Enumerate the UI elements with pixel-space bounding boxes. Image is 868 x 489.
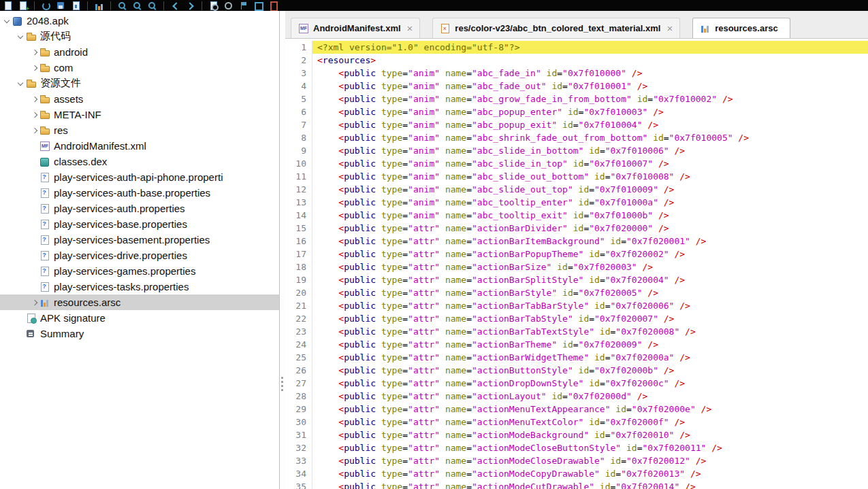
- chevron-collapsed-icon[interactable]: [30, 95, 39, 104]
- preferences-icon[interactable]: [223, 1, 234, 11]
- log-viewer-icon[interactable]: [253, 1, 263, 11]
- chevron-collapsed-icon[interactable]: [30, 110, 39, 120]
- tree-item-play-services-games-properties[interactable]: play-services-games.properties: [0, 263, 279, 279]
- tree-item-label: 2048.apk: [27, 15, 69, 27]
- deobfuscation-icon[interactable]: [208, 1, 219, 11]
- code-text: <public type="attr" name="actionBarTabTe…: [312, 325, 868, 338]
- code-line: 23 <public type="attr" name="actionBarTa…: [285, 325, 868, 338]
- toolbar-separator: [86, 1, 89, 11]
- code-text: <public type="attr" name="actionModeClos…: [312, 454, 868, 467]
- tree-item-play-services-base-properties[interactable]: play-services-base.properties: [0, 216, 279, 232]
- tree-item-label: META-INF: [54, 109, 101, 120]
- xmlfile-icon: [440, 23, 451, 34]
- tree-item-resources-arsc[interactable]: resources.arsc: [0, 294, 279, 310]
- code-text: <public type="attr" name="actionBarTheme…: [312, 338, 868, 351]
- close-tab-icon[interactable]: ×: [407, 23, 413, 33]
- code-text: <public type="attr" name="actionLayout" …: [312, 390, 868, 403]
- chevron-collapsed-icon[interactable]: [30, 298, 39, 307]
- add-files-icon[interactable]: [18, 1, 28, 11]
- tree-item-apk-root[interactable]: 2048.apk: [0, 13, 279, 29]
- back-icon[interactable]: [170, 1, 180, 11]
- code-line: 33 <public type="attr" name="actionModeC…: [285, 454, 868, 467]
- line-number: 6: [285, 105, 312, 118]
- chevron-expanded-icon[interactable]: [16, 32, 26, 41]
- chevron-spacer: [16, 329, 26, 339]
- line-number: 20: [285, 286, 312, 299]
- properties-icon: [39, 188, 50, 199]
- project-tree: 2048.apk源代码androidcom资源文件assetsMETA-INFr…: [0, 13, 279, 341]
- line-number: 4: [285, 80, 312, 92]
- code-line: 13 <public type="anim" name="abc_tooltip…: [285, 196, 868, 209]
- code-text: <public type="attr" name="actionMenuText…: [312, 416, 868, 428]
- tree-item-resource-files[interactable]: 资源文件: [0, 75, 279, 91]
- code-text: <public type="attr" name="actionBarDivid…: [312, 222, 868, 235]
- main-toolbar: [0, 0, 868, 11]
- code-line: 7 <public type="anim" name="abc_popup_ex…: [285, 118, 868, 131]
- code-line: 1<?xml version="1.0" encoding="utf-8"?>: [285, 41, 868, 54]
- code-line: 16 <public type="attr" name="actionBarIt…: [285, 235, 868, 248]
- tree-item-play-services-basement-properties[interactable]: play-services-basement.properties: [0, 232, 279, 248]
- line-number: 15: [285, 222, 312, 235]
- tree-item-androidmanifest-xml[interactable]: AndroidManifest.xml: [0, 138, 279, 154]
- chevron-spacer: [30, 188, 39, 198]
- tree-item-res[interactable]: res: [0, 122, 279, 138]
- tree-item-play-services-tasks-properties[interactable]: play-services-tasks.properties: [0, 279, 279, 294]
- chevron-collapsed-icon[interactable]: [30, 48, 39, 57]
- quit-icon[interactable]: [268, 1, 278, 11]
- close-tab-icon[interactable]: ×: [666, 23, 673, 33]
- code-line: 29 <public type="attr" name="actionMenuT…: [285, 403, 868, 416]
- code-text: <public type="attr" name="actionBarStyle…: [312, 286, 868, 299]
- tree-item-package-android[interactable]: android: [0, 44, 279, 60]
- tree-item-summary[interactable]: Summary: [0, 326, 279, 341]
- forward-icon[interactable]: [185, 1, 195, 11]
- reload-icon[interactable]: [41, 1, 51, 11]
- tree-item-label: play-services-basement.properties: [54, 234, 210, 246]
- code-editor[interactable]: 1<?xml version="1.0" encoding="utf-8"?>2…: [285, 39, 868, 489]
- tab-resources-arsc[interactable]: resources.arsc: [692, 18, 790, 38]
- code-line: 6 <public type="anim" name="abc_popup_en…: [285, 105, 868, 118]
- tab-androidmanifest-xml[interactable]: AndroidManifest.xml×: [291, 18, 420, 38]
- chevron-expanded-icon[interactable]: [16, 79, 26, 88]
- code-line: 20 <public type="attr" name="actionBarSt…: [285, 286, 868, 299]
- tree-item-classes-dex[interactable]: classes.dex: [0, 154, 279, 169]
- tree-item-play-services-auth-base-properties[interactable]: play-services-auth-base.properties: [0, 185, 279, 201]
- tree-item-package-com[interactable]: com: [0, 60, 279, 75]
- code-text: <public type="anim" name="abc_popup_ente…: [312, 105, 868, 118]
- tree-item-meta-inf[interactable]: META-INF: [0, 107, 279, 122]
- chevron-collapsed-icon[interactable]: [30, 126, 39, 135]
- tree-item-assets[interactable]: assets: [0, 91, 279, 107]
- search-class-icon[interactable]: [132, 1, 142, 11]
- code-text: <public type="attr" name="actionMenuText…: [312, 403, 868, 416]
- tab-label: res/color-v23/abc_btn_colored_text_mater…: [455, 23, 660, 33]
- tab-abc-btn-colored-text-material-xml[interactable]: res/color-v23/abc_btn_colored_text_mater…: [432, 18, 680, 38]
- tree-item-play-services-auth-api-phone-properties[interactable]: play-services-auth-api-phone.properti: [0, 169, 279, 185]
- chevron-collapsed-icon[interactable]: [30, 63, 39, 73]
- export-icon[interactable]: [71, 1, 81, 11]
- chevron-spacer: [30, 235, 39, 245]
- tree-item-apk-signature[interactable]: APK signature: [0, 310, 279, 326]
- apk-icon: [12, 16, 23, 27]
- tree-item-play-services-auth-properties[interactable]: play-services-auth.properties: [0, 201, 279, 216]
- line-number: 19: [285, 273, 312, 286]
- code-line: 28 <public type="attr" name="actionLayou…: [285, 390, 868, 403]
- folder-icon: [39, 94, 50, 105]
- splitter-grip[interactable]: [281, 377, 283, 379]
- splitter[interactable]: [279, 11, 285, 489]
- flag-icon[interactable]: [238, 1, 248, 11]
- report-icon[interactable]: [94, 1, 104, 11]
- search-text-icon[interactable]: [117, 1, 127, 11]
- editor-area: AndroidManifest.xml×res/color-v23/abc_bt…: [285, 11, 868, 489]
- save-all-icon[interactable]: [56, 1, 66, 11]
- search-usage-icon[interactable]: [147, 1, 157, 11]
- tree-item-label: play-services-base.properties: [54, 218, 187, 230]
- tree-item-label: Summary: [40, 328, 84, 339]
- code-text: <public type="anim" name="abc_fade_in" i…: [312, 67, 868, 80]
- tree-item-play-services-drive-properties[interactable]: play-services-drive.properties: [0, 248, 279, 263]
- chevron-expanded-icon[interactable]: [3, 16, 12, 26]
- open-file-icon[interactable]: [3, 1, 13, 11]
- line-number: 26: [285, 364, 312, 377]
- tree-item-source-code[interactable]: 源代码: [0, 29, 279, 44]
- tab-label: AndroidManifest.xml: [313, 23, 401, 33]
- code-line: 31 <public type="attr" name="actionModeB…: [285, 428, 868, 441]
- line-number: 24: [285, 338, 312, 351]
